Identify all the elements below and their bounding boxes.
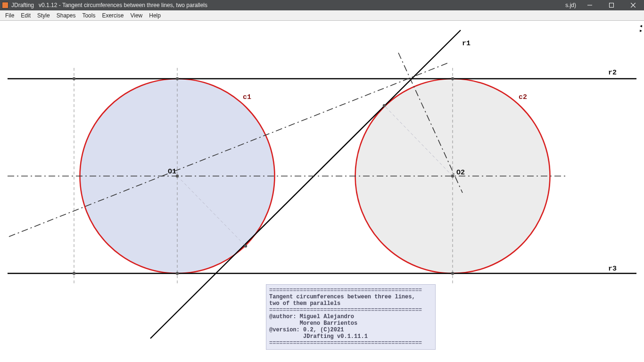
window-controls: [579, 0, 644, 10]
point-tan-c1-r1[interactable]: [244, 245, 247, 247]
annotation-line2: two of them parallels: [269, 300, 340, 307]
label-c2: c2: [519, 93, 527, 101]
menu-tools[interactable]: Tools: [79, 11, 99, 20]
annotation-sep1: ========================================…: [269, 287, 422, 294]
menu-view[interactable]: View: [127, 11, 146, 20]
point-tan-c2-r1[interactable]: [383, 104, 386, 107]
menubar: File Edit Style Shapes Tools Exercise Vi…: [0, 10, 644, 21]
drawing-canvas[interactable]: r1r2r3c1c2O1O2 ◂ ▸ =====================…: [0, 21, 644, 362]
point-p1[interactable]: [73, 77, 75, 80]
menu-file[interactable]: File: [2, 11, 17, 20]
menu-edit[interactable]: Edit: [17, 11, 34, 20]
arrow-right-icon: ▸: [638, 28, 644, 33]
menu-shapes[interactable]: Shapes: [53, 11, 79, 20]
titlebar: JDrafting v0.1.12 - Tangent circumferenc…: [0, 0, 644, 10]
title-suffix: s.jd): [565, 2, 576, 8]
label-o1: O1: [168, 168, 176, 176]
point-t2-bot[interactable]: [451, 272, 454, 275]
label-o2: O2: [456, 169, 465, 177]
app-icon: [2, 2, 8, 8]
minimize-button[interactable]: [579, 0, 601, 10]
close-button[interactable]: [622, 0, 644, 10]
annotation-sep3: ========================================…: [269, 340, 422, 346]
label-r1: r1: [462, 40, 471, 48]
annotation-line1: Tangent circumferences between three lin…: [269, 294, 415, 300]
app-name: JDrafting: [11, 2, 34, 8]
close-icon: [631, 3, 636, 8]
maximize-button[interactable]: [601, 0, 622, 10]
app-version: v0.1.12: [39, 2, 57, 8]
titlebar-text: JDrafting v0.1.12 - Tangent circumferenc…: [11, 2, 207, 8]
point-t2-top[interactable]: [451, 77, 454, 80]
svg-rect-1: [610, 3, 614, 8]
menu-style[interactable]: Style: [34, 11, 53, 20]
annotation-version1: @version: 0.2, (C)2021: [269, 327, 344, 333]
annotation-author1: @author: Miguel Alejandro: [269, 313, 354, 320]
document-title: Tangent circumferences between three lin…: [62, 2, 207, 8]
point-t1-bot[interactable]: [176, 272, 179, 275]
menu-help[interactable]: Help: [146, 11, 164, 20]
panel-toggle[interactable]: ◂ ▸: [638, 24, 644, 33]
annotation-panel: ========================================…: [266, 284, 436, 350]
point-p2[interactable]: [73, 272, 75, 275]
minimize-icon: [587, 3, 592, 8]
annotation-author2: Moreno Barrientos: [269, 320, 357, 327]
annotation-sep2: ========================================…: [269, 307, 422, 313]
point-o2[interactable]: [451, 174, 454, 177]
annotation-version2: JDrafting v0.1.11.1: [269, 333, 368, 340]
menu-exercise[interactable]: Exercise: [99, 11, 127, 20]
label-c1: c1: [243, 93, 251, 101]
maximize-icon: [609, 3, 614, 8]
label-r2: r2: [608, 69, 617, 77]
label-r3: r3: [608, 265, 617, 273]
point-t1-top[interactable]: [176, 77, 179, 80]
